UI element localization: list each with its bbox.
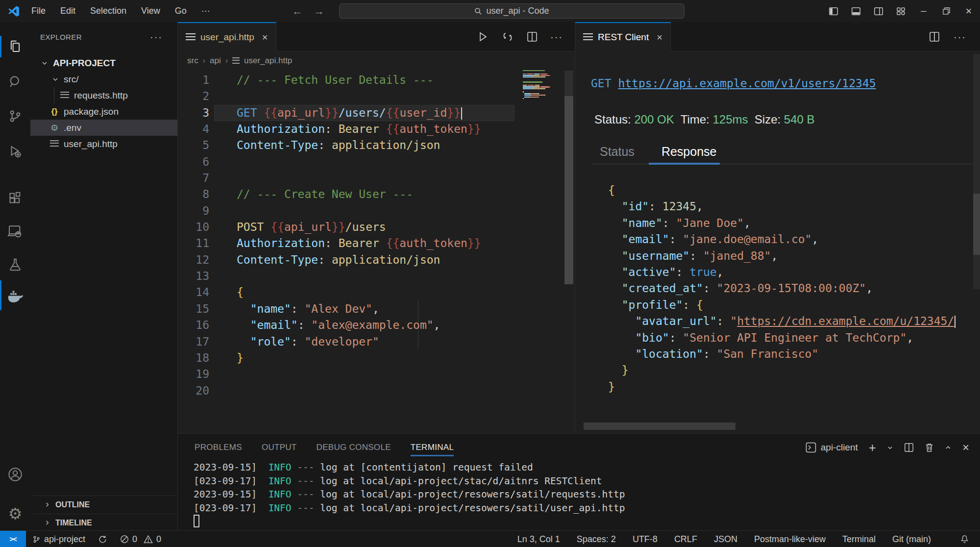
- tree-item-src[interactable]: src/: [30, 71, 177, 87]
- response-vscrollbar[interactable]: [973, 54, 980, 289]
- http-file-icon: [186, 33, 196, 42]
- response-hscrollbar[interactable]: [584, 423, 735, 430]
- explorer-icon[interactable]: [0, 36, 30, 57]
- status-bar: >< api-project 0 0 Ln 3, Col 1Spaces: 2U…: [0, 530, 980, 547]
- minimap[interactable]: [523, 70, 558, 103]
- source-control-icon[interactable]: [0, 105, 30, 127]
- branch-indicator[interactable]: api-project: [32, 534, 85, 545]
- rerun-icon[interactable]: [501, 30, 514, 43]
- split-editor-icon[interactable]: [527, 31, 538, 42]
- activity-bar: ⚙: [0, 22, 30, 530]
- tree-item-requests-http[interactable]: requests.http: [30, 87, 177, 103]
- tree-item-user-api-http[interactable]: user_api.http: [30, 136, 177, 152]
- docker-icon[interactable]: [0, 286, 30, 307]
- error-icon: [120, 535, 129, 544]
- gear-file-icon: ⚙: [49, 123, 60, 133]
- restore-icon[interactable]: [935, 0, 957, 22]
- split-editor-icon[interactable]: [929, 31, 940, 42]
- menu-file[interactable]: File: [24, 6, 53, 16]
- tree-item-env[interactable]: ⚙ .env: [30, 120, 177, 136]
- layout-sidebar-icon[interactable]: [822, 0, 845, 22]
- layout-secondary-sidebar-icon[interactable]: [867, 0, 890, 22]
- nav-forward-icon[interactable]: →: [314, 5, 324, 18]
- http-file-icon: [232, 57, 240, 64]
- menu-edit[interactable]: Edit: [53, 6, 83, 16]
- tab-rest-client[interactable]: REST Client ×: [575, 22, 671, 51]
- remote-explorer-icon[interactable]: [0, 221, 30, 242]
- explorer-title: EXPLORER: [40, 33, 82, 41]
- tab-close-icon[interactable]: ×: [657, 32, 662, 43]
- status-ln-3-col-1[interactable]: Ln 3, Col 1: [517, 534, 560, 545]
- tab-response[interactable]: Response: [662, 145, 717, 159]
- tree-item-package-json[interactable]: {} package.json: [30, 103, 177, 120]
- sync-icon[interactable]: [98, 535, 107, 544]
- extensions-icon[interactable]: [0, 187, 30, 209]
- panel-tab-problems[interactable]: PROBLEMS: [195, 438, 242, 457]
- response-status-line: Status: 200 OK Time: 125ms Size: 540 B: [594, 113, 815, 126]
- tab-close-icon[interactable]: ×: [262, 32, 268, 43]
- status-terminal[interactable]: Terminal: [842, 534, 876, 545]
- explorer-actions-icon[interactable]: ···: [150, 31, 163, 43]
- request-url[interactable]: GET https://api.example.com/v1/users/123…: [591, 77, 876, 90]
- timeline-section[interactable]: TIMELINE: [30, 514, 177, 531]
- terminal-dropdown-icon[interactable]: [887, 445, 893, 451]
- menu-selection[interactable]: Selection: [83, 6, 134, 16]
- code-editor[interactable]: 1// --- Fetch User Details ---23GET {{ap…: [178, 70, 575, 433]
- status-spaces-2[interactable]: Spaces: 2: [577, 534, 616, 545]
- tab-status[interactable]: Status: [600, 145, 635, 159]
- panel-more-actions-icon[interactable]: ···: [954, 31, 966, 43]
- problems-indicator[interactable]: 0 0: [120, 534, 161, 545]
- vscode-logo: [7, 5, 20, 18]
- search-view-icon[interactable]: [0, 71, 30, 93]
- tab-user-api-http[interactable]: user_api.http ×: [178, 22, 276, 51]
- status-crlf[interactable]: CRLF: [674, 534, 697, 545]
- editor-scrollbar[interactable]: [564, 70, 574, 433]
- tree-root-api-project[interactable]: API-PROJECT: [30, 55, 177, 71]
- panel-tab-debug-console[interactable]: DEBUG CONSOLE: [317, 438, 391, 457]
- settings-gear-icon[interactable]: ⚙: [0, 503, 30, 524]
- status-json[interactable]: JSON: [714, 534, 737, 545]
- status-git-main-[interactable]: Git (main): [892, 534, 931, 545]
- menu-go[interactable]: Go: [168, 6, 194, 16]
- status-utf-8[interactable]: UTF-8: [633, 534, 658, 545]
- breadcrumb[interactable]: src› api› user_api.http: [178, 51, 575, 70]
- accounts-icon[interactable]: [0, 464, 30, 485]
- layout-panel-icon[interactable]: [845, 0, 867, 22]
- new-terminal-icon[interactable]: +: [869, 440, 876, 455]
- outline-section[interactable]: OUTLINE: [30, 496, 177, 513]
- menu-···[interactable]: ···: [194, 6, 218, 16]
- minimize-icon[interactable]: ─: [912, 0, 935, 22]
- terminal-icon: [806, 442, 816, 453]
- test-explorer-icon[interactable]: [0, 254, 30, 275]
- search-icon: [474, 7, 482, 15]
- search-text: user_api - Code: [486, 6, 549, 16]
- rest-client-panel: REST Client × ··· GET https://api.exampl…: [575, 22, 980, 433]
- terminal-session[interactable]: api-client: [806, 442, 858, 453]
- bottom-panel: PROBLEMSOUTPUTDEBUG CONSOLETERMINAL api-…: [178, 433, 980, 530]
- explorer-sidebar: EXPLORER ··· API-PROJECT src/ requests.h…: [30, 22, 178, 530]
- nav-back-icon[interactable]: ←: [292, 5, 303, 18]
- menu-view[interactable]: View: [134, 6, 168, 16]
- panel-tab-terminal[interactable]: TERMINAL: [411, 438, 454, 457]
- close-panel-icon[interactable]: ×: [962, 441, 969, 454]
- editor-more-actions-icon[interactable]: ···: [550, 31, 563, 43]
- menu-bar[interactable]: FileEditSelectionViewGo···: [24, 6, 218, 16]
- editor-group: user_api.http × ··· src› api› user_api.h…: [178, 22, 575, 433]
- panel-tab-output[interactable]: OUTPUT: [262, 438, 297, 457]
- maximize-panel-icon[interactable]: [945, 444, 952, 451]
- title-bar: FileEditSelectionViewGo··· ← → user_api …: [0, 0, 980, 22]
- run-debug-icon[interactable]: [0, 141, 30, 162]
- warning-icon: [144, 535, 153, 544]
- terminal-cursor: [194, 515, 199, 527]
- close-window-icon[interactable]: ×: [957, 0, 980, 22]
- split-terminal-icon[interactable]: [904, 443, 914, 452]
- status-postman-like-view[interactable]: Postman-like-view: [754, 534, 826, 545]
- response-body[interactable]: { "id": 12345, "name": "Jane Doe", "emai…: [608, 182, 956, 395]
- kill-terminal-icon[interactable]: [925, 443, 934, 452]
- branch-icon: [32, 535, 41, 544]
- command-center-search[interactable]: user_api - Code: [339, 3, 685, 19]
- customize-layout-icon[interactable]: [890, 0, 912, 22]
- notifications-bell-icon[interactable]: [960, 531, 969, 547]
- remote-indicator[interactable]: ><: [0, 531, 26, 547]
- run-request-icon[interactable]: [477, 31, 489, 43]
